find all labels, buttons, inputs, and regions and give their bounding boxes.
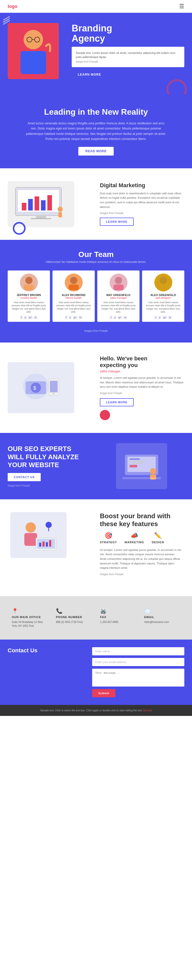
team-member-name: MAY GREENFELD	[100, 293, 137, 296]
contact-us-button[interactable]: CONTACT US	[8, 473, 41, 481]
message-textarea[interactable]	[92, 669, 184, 687]
reality-body: Amet luctus venenatis lectus magna fring…	[24, 121, 168, 142]
digital-section: Digital Marketing Duis aute irure dolor …	[0, 168, 192, 240]
svg-rect-23	[158, 285, 168, 290]
learn-more-button[interactable]: LEARN MORE	[72, 70, 107, 79]
digital-visual	[8, 181, 92, 227]
footer-text: Sample text. Click to select the text bo…	[8, 709, 184, 712]
team-member-role: web designer	[145, 296, 182, 299]
team-avatar-1	[20, 274, 38, 291]
hero-image-credit: Image from Freepik	[76, 60, 180, 63]
boost-features: 🎯 STRATEGY 📣 MARKETING ✏️ DESIGN	[100, 532, 182, 544]
hello-image-credit: Image from Freepik	[100, 392, 184, 395]
svg-rect-33	[130, 458, 140, 460]
contact-fax: 🖨️ FAX 1-234-567-8965.	[96, 604, 140, 632]
social-linkedin[interactable]: in	[34, 316, 38, 319]
social-google[interactable]: g+	[73, 316, 77, 319]
reality-title: Leading in the New Reality	[15, 107, 177, 117]
svg-point-37	[150, 468, 156, 474]
hero-content: Branding Agency Sample text. Lorem ipsum…	[64, 23, 184, 79]
boost-feature-marketing: 📣 MARKETING	[125, 532, 144, 544]
social-google[interactable]: g+	[162, 316, 167, 319]
contact-title: Contact Us	[8, 647, 85, 654]
phone-label: PHONE NUMBER	[56, 616, 92, 619]
social-facebook[interactable]: f	[20, 316, 23, 319]
hero-person-image	[8, 23, 59, 79]
social-facebook[interactable]: f	[154, 316, 157, 319]
svg-point-20	[115, 277, 122, 284]
design-icon: ✏️	[152, 532, 164, 539]
svg-point-40	[26, 522, 36, 533]
social-twitter[interactable]: y	[69, 316, 72, 319]
social-linkedin[interactable]: in	[78, 316, 82, 319]
social-facebook[interactable]: f	[65, 316, 67, 319]
svg-point-18	[70, 277, 77, 284]
svg-rect-15	[58, 212, 62, 217]
monitor-box	[8, 181, 74, 227]
hello-learn-more-button[interactable]: LEARN MORE	[100, 398, 134, 406]
name-input[interactable]	[92, 647, 184, 655]
svg-rect-12	[41, 200, 46, 210]
email-icon: ✉️	[144, 608, 181, 614]
team-member-name: JEFFREY BROWN	[10, 293, 47, 296]
team-member-role: creative leader	[10, 296, 47, 299]
social-google[interactable]: g+	[117, 316, 122, 319]
footer-link[interactable]: link text	[143, 709, 152, 712]
boost-content: Boost your brand with these key features…	[92, 512, 182, 576]
boost-section: Boost your brand with these key features…	[0, 500, 192, 596]
team-member-text: Glac amet nirad libero massa posuere vit…	[55, 301, 92, 313]
digital-image-credit: Images from Freepik	[100, 212, 184, 215]
fax-icon: 🖨️	[100, 608, 136, 614]
seo-svg	[120, 447, 163, 485]
svg-rect-10	[28, 199, 33, 210]
svg-point-14	[58, 207, 63, 212]
social-twitter[interactable]: y	[158, 316, 162, 319]
social-google[interactable]: g+	[28, 316, 32, 319]
social-linkedin[interactable]: in	[123, 316, 127, 319]
team-header: Our Team Ullamcorper fac habitasse mods …	[5, 250, 187, 263]
digital-body: Duis aute irure dolor in reprehenderit i…	[100, 191, 184, 209]
contact-info: 📍 OUR MAIN OFFICE Suite 34 Broadway LV N…	[0, 596, 192, 640]
contact-form-side: Contact Us	[8, 647, 85, 697]
seo-image-credit: Image from Freepik	[8, 484, 93, 487]
social-linkedin[interactable]: in	[168, 316, 172, 319]
team-subtitle: Ullamcorper fac habitasse mods tristique…	[5, 260, 187, 263]
submit-button[interactable]: Submit	[92, 689, 115, 697]
hero-image	[8, 23, 64, 79]
svg-rect-1	[21, 51, 46, 74]
logo[interactable]: logo	[8, 4, 18, 9]
svg-rect-47	[46, 542, 48, 547]
team-member-name: ALEX RICHMOND	[55, 293, 92, 296]
email-input[interactable]	[92, 658, 184, 666]
hello-image-box: $	[8, 362, 74, 413]
read-more-button[interactable]: READ MORE	[78, 147, 114, 156]
team-card: MAY GREENFELD sales manager Glac amet ni…	[97, 270, 139, 322]
svg-rect-11	[35, 196, 39, 210]
social-facebook[interactable]: f	[110, 316, 112, 319]
email-label: EMAIL	[144, 616, 181, 619]
svg-rect-7	[36, 216, 46, 218]
svg-rect-41	[24, 533, 37, 546]
hello-role: salfor manager	[100, 369, 184, 373]
hello-body: Id semper. Lorem sed egastas purus gravi…	[100, 376, 184, 389]
social-twitter[interactable]: y	[114, 316, 117, 319]
svg-rect-35	[130, 463, 142, 464]
team-cards: JEFFREY BROWN creative leader Glac amet …	[5, 266, 187, 327]
social-twitter[interactable]: y	[24, 316, 27, 319]
hello-section: $ Hello. We've been expecting you salfor…	[0, 342, 192, 433]
seo-title: OUR SEO EXPERTS WILL FULLY ANALYZE YOUR …	[8, 445, 93, 469]
boost-title: Boost your brand with these key features	[100, 512, 182, 528]
team-social-links: f y g+ in	[55, 316, 92, 319]
footer: Sample text. Click to select the text bo…	[0, 705, 192, 716]
svg-rect-21	[114, 285, 124, 290]
team-member-role: interior builder	[55, 296, 92, 299]
monitor-svg	[13, 185, 69, 223]
boost-images-credit: Images from Freepik	[100, 573, 182, 576]
digital-learn-more-button[interactable]: LEARN MORE	[100, 218, 134, 226]
hamburger-icon[interactable]: ☰	[179, 3, 184, 10]
team-member-text: Glac amet nirad libero massa posuere vit…	[100, 301, 137, 313]
team-social-links: f y g+ in	[10, 316, 47, 319]
strategy-label: STRATEGY	[100, 541, 117, 544]
team-avatar-4	[154, 274, 172, 291]
team-section: Our Team Ullamcorper fac habitasse mods …	[0, 240, 192, 342]
